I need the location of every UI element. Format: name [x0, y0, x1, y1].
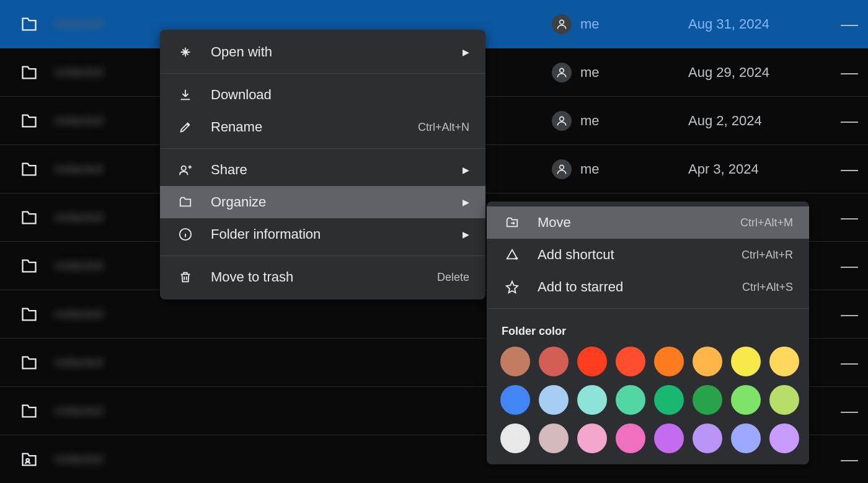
color-swatch[interactable]	[500, 423, 530, 453]
menu-shortcut: Ctrl+Alt+M	[740, 216, 793, 229]
color-swatch[interactable]	[577, 423, 607, 453]
trash-icon	[176, 270, 195, 284]
folder-icon	[19, 16, 55, 33]
size-cell: —	[831, 63, 868, 82]
avatar	[552, 111, 572, 131]
color-swatch[interactable]	[616, 347, 645, 376]
info-icon	[176, 228, 195, 241]
file-name: redacted	[55, 404, 552, 418]
size-cell: —	[831, 401, 868, 421]
menu-shortcut: Ctrl+Alt+N	[418, 121, 469, 134]
download-icon	[176, 88, 195, 102]
color-grid	[487, 347, 809, 453]
folder-icon	[19, 209, 55, 226]
menu-separator	[160, 148, 485, 149]
svg-point-4	[26, 458, 29, 461]
menu-folder-info[interactable]: Folder information ▶	[160, 218, 485, 250]
svg-point-3	[560, 165, 564, 169]
color-swatch[interactable]	[693, 385, 722, 415]
size-cell: —	[831, 256, 868, 276]
color-swatch[interactable]	[654, 347, 684, 376]
menu-label: Add to starred	[538, 279, 742, 295]
menu-label: Move to trash	[211, 269, 437, 285]
menu-trash[interactable]: Move to trash Delete	[160, 261, 485, 293]
menu-rename[interactable]: Rename Ctrl+Alt+N	[160, 111, 485, 143]
color-swatch[interactable]	[539, 347, 569, 376]
chevron-right-icon: ▶	[458, 229, 469, 239]
menu-separator	[160, 73, 485, 74]
folder-icon	[19, 402, 55, 420]
color-swatch[interactable]	[577, 347, 607, 376]
chevron-right-icon: ▶	[458, 47, 469, 57]
star-icon	[503, 280, 521, 294]
owner-cell: me	[552, 159, 688, 179]
file-name: redacted	[55, 307, 552, 321]
color-swatch[interactable]	[654, 423, 684, 453]
date-cell: Aug 2, 2024	[688, 113, 831, 129]
color-swatch[interactable]	[769, 423, 799, 453]
folder-icon	[19, 354, 55, 371]
size-cell: —	[831, 450, 868, 469]
color-swatch[interactable]	[693, 423, 722, 453]
folder-icon	[19, 306, 55, 323]
folder-color-title: Folder color	[487, 314, 809, 347]
color-swatch[interactable]	[731, 347, 761, 376]
color-swatch[interactable]	[769, 385, 799, 415]
menu-separator	[487, 308, 809, 309]
date-cell: Aug 31, 2024	[688, 16, 831, 32]
menu-separator	[160, 255, 485, 256]
rename-icon	[176, 120, 195, 134]
color-swatch[interactable]	[539, 385, 569, 415]
menu-open-with[interactable]: Open with ▶	[160, 36, 485, 68]
menu-label: Organize	[211, 194, 458, 210]
owner-name: me	[580, 113, 600, 129]
color-swatch[interactable]	[539, 423, 569, 453]
organize-icon	[176, 195, 195, 209]
move-icon	[503, 216, 521, 229]
submenu-add-starred[interactable]: Add to starred Ctrl+Alt+S	[487, 271, 809, 303]
date-cell: Apr 3, 2024	[688, 161, 831, 177]
color-swatch[interactable]	[731, 423, 761, 453]
file-name: redacted	[55, 355, 552, 370]
folder-icon	[19, 257, 55, 275]
chevron-right-icon: ▶	[458, 165, 469, 175]
color-swatch[interactable]	[616, 385, 645, 415]
menu-share[interactable]: Share ▶	[160, 154, 485, 186]
submenu-move[interactable]: Move Ctrl+Alt+M	[487, 206, 809, 239]
color-swatch[interactable]	[731, 385, 761, 415]
file-name: redacted	[55, 17, 552, 31]
color-swatch[interactable]	[616, 423, 645, 453]
file-name: redacted	[55, 452, 552, 466]
organize-submenu: Move Ctrl+Alt+M Add shortcut Ctrl+Alt+R …	[487, 202, 809, 464]
color-swatch[interactable]	[654, 385, 684, 415]
folder-icon	[19, 161, 55, 178]
color-swatch[interactable]	[577, 385, 607, 415]
color-swatch[interactable]	[500, 347, 530, 376]
svg-point-1	[560, 68, 564, 73]
owner-name: me	[580, 64, 600, 81]
menu-label: Open with	[211, 44, 458, 60]
size-cell: —	[831, 304, 868, 324]
menu-label: Share	[211, 162, 458, 178]
menu-label: Rename	[211, 119, 418, 135]
size-cell: —	[831, 208, 868, 228]
owner-cell: me	[552, 14, 688, 34]
submenu-add-shortcut[interactable]: Add shortcut Ctrl+Alt+R	[487, 239, 809, 271]
menu-label: Folder information	[211, 226, 458, 242]
add-shortcut-icon	[503, 248, 521, 262]
color-swatch[interactable]	[769, 347, 799, 376]
color-swatch[interactable]	[693, 347, 722, 376]
size-cell: —	[831, 14, 868, 34]
menu-shortcut: Ctrl+Alt+S	[742, 281, 793, 294]
chevron-right-icon: ▶	[458, 197, 469, 207]
size-cell: —	[831, 353, 868, 373]
color-swatch[interactable]	[500, 385, 530, 415]
date-cell: Aug 29, 2024	[688, 64, 831, 81]
menu-organize[interactable]: Organize ▶	[160, 186, 485, 218]
open-with-icon	[176, 45, 195, 59]
svg-point-2	[560, 117, 564, 121]
shared-folder-icon	[19, 451, 55, 468]
menu-download[interactable]: Download	[160, 79, 485, 111]
avatar	[552, 63, 572, 82]
context-menu: Open with ▶ Download Rename Ctrl+Alt+N S…	[160, 30, 485, 299]
